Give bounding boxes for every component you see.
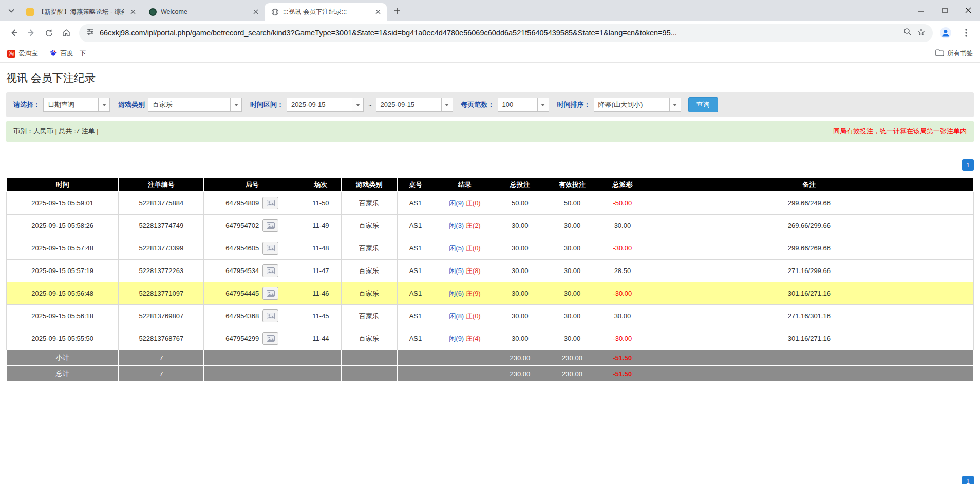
forward-icon[interactable] — [23, 24, 40, 42]
pagination-bottom: 1 — [962, 476, 974, 484]
cell-payout: -30.00 — [600, 327, 645, 350]
refresh-icon[interactable] — [40, 24, 58, 42]
cell-total-bet[interactable]: 30.00 — [496, 327, 544, 350]
close-tab-icon[interactable] — [251, 7, 260, 16]
close-window-icon[interactable] — [956, 0, 980, 21]
view-result-image-button[interactable] — [262, 242, 278, 255]
page-1-button[interactable]: 1 — [962, 476, 974, 484]
view-result-image-button[interactable] — [262, 219, 278, 232]
cell-game: 百家乐 — [341, 192, 397, 215]
cell-result: 闲(6) 庄(9) — [434, 282, 496, 305]
cell-note: 299.66/269.66 — [645, 237, 973, 260]
cell-round: 647954368 — [204, 305, 300, 327]
empty-cell — [397, 350, 434, 366]
chevron-down-icon[interactable] — [98, 98, 109, 111]
empty-cell — [434, 366, 496, 382]
total-total-bet: 230.00 — [496, 366, 544, 382]
tab-welcome[interactable]: Welcome — [142, 3, 265, 21]
col-valid-bet: 有效投注 — [544, 178, 600, 192]
empty-cell — [645, 350, 973, 366]
zoom-icon[interactable] — [903, 28, 912, 38]
game-type-combobox[interactable]: 百家乐 — [148, 98, 242, 112]
cell-total-bet[interactable]: 30.00 — [496, 215, 544, 237]
sort-order-combobox[interactable]: 降幂(由大到小) — [594, 98, 681, 112]
tab-bet-records[interactable]: :::视讯 会员下注纪录::: — [265, 3, 387, 21]
view-result-image-button[interactable] — [262, 197, 278, 209]
col-game: 游戏类别 — [341, 178, 397, 192]
date-from-combobox[interactable]: 2025-09-15 — [287, 98, 364, 112]
bookmark-taobao[interactable]: 淘 爱淘宝 — [7, 49, 38, 58]
cell-valid-bet: 30.00 — [544, 282, 600, 305]
cell-bet-id: 522813769807 — [119, 305, 204, 327]
close-tab-icon[interactable] — [128, 7, 138, 16]
bookmarks-right: 所有书签 — [930, 49, 973, 58]
empty-cell — [341, 366, 397, 382]
profile-avatar-icon[interactable] — [937, 24, 954, 42]
chevron-down-icon[interactable] — [230, 98, 241, 111]
new-tab-icon[interactable] — [390, 4, 404, 18]
cell-note: 299.66/249.66 — [645, 192, 973, 215]
view-result-image-button[interactable] — [262, 287, 278, 300]
page-1-button[interactable]: 1 — [962, 159, 974, 171]
view-result-image-button[interactable] — [262, 309, 278, 322]
cell-total-bet[interactable]: 50.00 — [496, 192, 544, 215]
cell-total-bet[interactable]: 30.00 — [496, 305, 544, 327]
cell-bet-id: 522813773399 — [119, 237, 204, 260]
maximize-icon[interactable] — [933, 0, 956, 21]
cell-session: 11-49 — [300, 215, 341, 237]
filter-bar: 请选择： 日期查询 游戏类别 百家乐 时间区间： 2025-09-15 ~ 20… — [6, 92, 974, 117]
all-bookmarks-button[interactable]: 所有书签 — [935, 49, 973, 58]
chevron-down-icon[interactable] — [441, 98, 453, 111]
bookmark-star-icon[interactable] — [917, 28, 926, 38]
query-type-combobox[interactable]: 日期查询 — [43, 98, 110, 112]
back-icon[interactable] — [5, 24, 23, 42]
cell-note: 269.66/299.66 — [645, 215, 973, 237]
all-bookmarks-label: 所有书签 — [947, 49, 973, 58]
per-page-combobox[interactable]: 100 — [498, 98, 549, 112]
result-player: 闲(9) — [449, 199, 464, 207]
combobox-value[interactable]: 2025-09-15 — [287, 98, 352, 111]
combobox-value[interactable]: 日期查询 — [44, 98, 98, 111]
home-icon[interactable] — [58, 24, 75, 42]
cell-total-bet[interactable]: 30.00 — [496, 282, 544, 305]
col-time: 时间 — [7, 178, 119, 192]
cell-table: AS1 — [397, 237, 434, 260]
combobox-value[interactable]: 100 — [498, 98, 537, 111]
summary-currency-count: 币别：人民币 | 总共 :7 注单 | — [13, 127, 99, 136]
chevron-down-icon[interactable] — [352, 98, 363, 111]
site-info-icon[interactable] — [86, 28, 95, 38]
empty-cell — [341, 350, 397, 366]
combobox-value[interactable]: 百家乐 — [148, 98, 230, 111]
cell-bet-id: 522813774749 — [119, 215, 204, 237]
close-tab-icon[interactable] — [373, 7, 383, 16]
cell-bet-id: 522813768767 — [119, 327, 204, 350]
menu-dots-icon[interactable] — [957, 24, 975, 42]
result-banker: 庄(8) — [466, 267, 481, 275]
cell-note: 271.16/299.66 — [645, 260, 973, 282]
date-to-combobox[interactable]: 2025-09-15 — [376, 98, 453, 112]
cell-valid-bet: 30.00 — [544, 327, 600, 350]
subtotal-valid-bet: 230.00 — [544, 350, 600, 366]
view-result-image-button[interactable] — [262, 264, 278, 277]
result-player: 闲(5) — [449, 267, 464, 275]
globe-favicon-icon — [271, 8, 279, 16]
cell-total-bet[interactable]: 30.00 — [496, 260, 544, 282]
tab-forum[interactable]: 【新提醒】海燕策略论坛 - 综合 — [20, 3, 142, 21]
cell-total-bet[interactable]: 30.00 — [496, 237, 544, 260]
col-note: 备注 — [645, 178, 973, 192]
chevron-down-icon[interactable] — [669, 98, 681, 111]
tab-search-icon[interactable] — [4, 4, 18, 18]
cell-time: 2025-09-15 05:57:19 — [7, 260, 119, 282]
result-banker: 庄(4) — [466, 335, 481, 342]
empty-cell — [300, 350, 341, 366]
cell-table: AS1 — [397, 305, 434, 327]
view-result-image-button[interactable] — [262, 332, 278, 345]
minimize-icon[interactable] — [909, 0, 933, 21]
address-bar[interactable]: 66cxkj98.com/ipl/portal.php/game/betreco… — [79, 24, 933, 42]
search-button[interactable]: 查询 — [688, 97, 718, 112]
chevron-down-icon[interactable] — [537, 98, 549, 111]
bookmark-baidu[interactable]: 百度一下 — [49, 49, 86, 59]
url-text[interactable]: 66cxkj98.com/ipl/portal.php/game/betreco… — [100, 29, 898, 37]
combobox-value[interactable]: 降幂(由大到小) — [594, 98, 669, 111]
combobox-value[interactable]: 2025-09-15 — [376, 98, 441, 111]
